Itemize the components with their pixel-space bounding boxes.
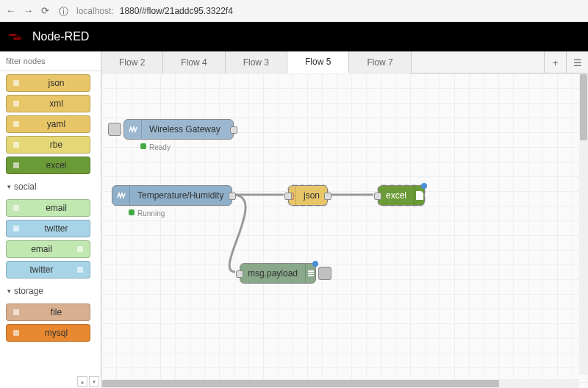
palette-collapse-down[interactable]: ▾ [89,376,99,387]
palette-node-email[interactable]: email [6,199,90,217]
palette-node-label: email [10,244,74,254]
node-debug[interactable]: msg.payload [240,263,316,284]
inject-icon [124,120,142,139]
node-label: Temperature/Humidity [130,190,231,201]
tab-flow-7[interactable]: Flow 7 [349,51,411,73]
palette-node-excel[interactable]: excel [6,157,90,174]
changed-indicator [312,261,318,267]
svg-rect-4 [13,121,19,127]
node-label: msg.payload [240,268,305,279]
back-button[interactable]: ← [6,5,18,17]
svg-rect-8 [13,226,19,231]
inject-button[interactable] [108,123,121,136]
node-json[interactable]: {} json [288,185,328,206]
palette-node-label: excel [26,160,87,170]
flow-tabs: Flow 2Flow 4Flow 3Flow 5Flow 7 + ☰ [101,51,588,73]
palette-node-mysql[interactable]: mysql [6,324,90,342]
vertical-scrollbar[interactable] [579,73,588,375]
flow-canvas[interactable]: Wireless Gateway Ready Temperature/Humid… [101,73,588,388]
input-port[interactable] [236,270,243,278]
output-port[interactable] [324,193,331,200]
svg-rect-15 [308,275,314,276]
reload-button[interactable]: ⟳ [41,5,53,17]
horizontal-scrollbar[interactable] [101,379,579,388]
changed-indicator [421,183,427,189]
app-header: Node-RED [0,22,588,51]
palette-node-label: file [26,307,87,317]
palette-node-label: yaml [26,119,87,129]
palette-collapse-up[interactable]: ▴ [77,376,87,387]
node-excel[interactable]: excel [378,185,425,206]
node-label: Wireless Gateway [142,124,228,134]
input-port[interactable] [374,193,381,200]
xml-icon [10,97,23,110]
palette-node-label: mysql [26,328,87,338]
svg-rect-11 [13,309,19,315]
palette-node-twitter[interactable]: twitter [6,261,90,279]
svg-rect-2 [13,80,19,86]
file-icon [10,306,23,319]
info-icon: ⓘ [59,5,71,17]
palette-node-yaml[interactable]: yaml [6,115,90,133]
palette-node-label: twitter [10,265,74,275]
status-text: Running [137,209,165,218]
excel-icon [10,159,23,172]
svg-rect-7 [13,205,19,211]
svg-rect-13 [308,270,314,272]
svg-rect-9 [77,246,83,252]
nodered-logo-icon [9,32,26,41]
palette-node-twitter[interactable]: twitter [6,220,90,237]
browser-toolbar: ← → ⟳ ⓘ localhost:1880/#flow/21addc95.33… [0,0,588,22]
status-text: Ready [149,143,171,151]
palette-node-json[interactable]: json [6,74,90,92]
tab-flow-2[interactable]: Flow 2 [101,51,163,73]
palette-node-xml[interactable]: xml [6,95,90,112]
status-indicator [129,209,135,215]
node-temperature-humidity[interactable]: Temperature/Humidity Running [112,185,232,206]
twitter-icon [74,263,87,276]
input-port[interactable] [284,193,292,200]
tab-flow-3[interactable]: Flow 3 [226,51,287,73]
tab-flow-4[interactable]: Flow 4 [163,51,225,73]
palette-node-label: email [26,203,87,213]
palette-node-label: json [26,78,87,88]
palette-node-label: twitter [26,223,87,234]
palette-node-email[interactable]: email [6,240,90,258]
output-port[interactable] [230,126,237,134]
svg-rect-5 [13,142,19,148]
palette-node-file[interactable]: file [6,303,90,321]
mysql-icon [10,326,23,340]
rbe-icon [10,138,23,151]
palette-sidebar: jsonxmlyamlrbeexcel social emailtwittere… [0,51,101,388]
filter-nodes-input[interactable] [3,54,98,68]
email-icon [74,242,87,256]
forward-button[interactable]: → [24,5,35,17]
flow-list-button[interactable]: ☰ [566,51,588,73]
node-label: json [296,190,327,201]
output-port[interactable] [229,193,236,200]
svg-rect-1 [13,37,21,40]
inject-icon [112,186,130,205]
svg-rect-3 [13,101,19,107]
category-social[interactable]: social [0,177,101,196]
palette-node-label: xml [26,98,87,109]
file-icon [414,186,424,205]
yaml-icon [10,118,23,131]
status-indicator [140,143,146,149]
email-icon [10,201,23,215]
tab-flow-5[interactable]: Flow 5 [287,51,349,73]
app-title: Node-RED [32,30,89,43]
debug-icon [305,264,315,283]
add-flow-button[interactable]: + [544,51,566,73]
category-storage[interactable]: storage [0,281,101,301]
twitter-icon [10,222,23,235]
node-label: excel [379,190,414,201]
svg-rect-12 [13,330,19,336]
palette-node-rbe[interactable]: rbe [6,136,90,154]
svg-rect-10 [77,267,83,273]
node-wireless-gateway[interactable]: Wireless Gateway Ready [123,119,234,140]
svg-rect-6 [13,162,19,168]
palette-node-label: rbe [26,140,87,150]
debug-toggle-button[interactable] [318,267,331,280]
svg-rect-0 [9,34,16,36]
